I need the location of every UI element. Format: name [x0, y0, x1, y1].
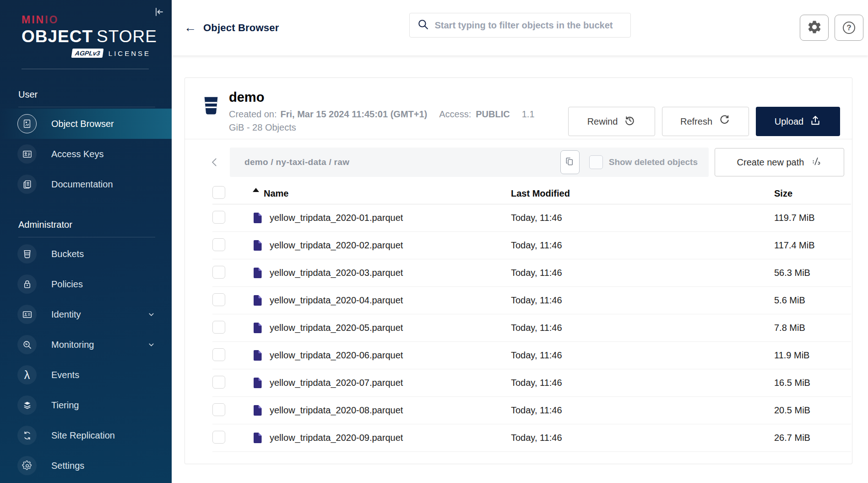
sidebar-item-events[interactable]: λ Events: [0, 360, 172, 390]
breadcrumb[interactable]: demo / ny-taxi-data / raw: [244, 157, 349, 167]
table-row[interactable]: yellow_tripdata_2020-06.parquet Today, 1…: [212, 342, 851, 369]
sidebar-item-label: Identity: [51, 309, 81, 320]
access-label: Access:: [439, 109, 471, 119]
object-size: 117.4 MiB: [774, 240, 851, 251]
parquet-file-icon: [253, 377, 262, 389]
sidebar-item-label: Policies: [51, 279, 83, 290]
table-header-row: Name Last Modified Size: [212, 183, 851, 204]
object-size: 20.5 MiB: [774, 405, 851, 416]
select-all-checkbox[interactable]: [212, 186, 225, 199]
show-deleted-toggle[interactable]: Show deleted objects: [589, 155, 698, 169]
row-checkbox[interactable]: [212, 293, 225, 306]
back-button[interactable]: ←: [184, 22, 196, 34]
row-checkbox[interactable]: [212, 238, 225, 251]
minio-logo: MINIO OBJECTSTORE AGPLv3 LICENSE: [0, 0, 172, 58]
sidebar-item-label: Object Browser: [51, 119, 114, 129]
object-name[interactable]: yellow_tripdata_2020-07.parquet: [270, 378, 403, 388]
object-store-title: OBJECTSTORE: [22, 27, 172, 46]
chevron-left-icon[interactable]: [207, 150, 222, 174]
sidebar-item-label: Buckets: [51, 249, 84, 259]
rewind-button[interactable]: Rewind: [568, 107, 655, 136]
sidebar-item-documentation[interactable]: Documentation: [0, 169, 172, 199]
column-header-last-modified[interactable]: Last Modified: [511, 188, 774, 199]
copy-path-button[interactable]: [560, 150, 580, 174]
object-name[interactable]: yellow_tripdata_2020-02.parquet: [270, 240, 403, 251]
show-deleted-checkbox[interactable]: [589, 155, 603, 169]
object-name[interactable]: yellow_tripdata_2020-05.parquet: [270, 323, 403, 333]
table-row[interactable]: yellow_tripdata_2020-05.parquet Today, 1…: [212, 314, 851, 342]
chevron-down-icon[interactable]: [147, 311, 155, 318]
table-row[interactable]: yellow_tripdata_2020-03.parquet Today, 1…: [212, 259, 851, 287]
row-checkbox[interactable]: [212, 403, 225, 416]
column-header-name[interactable]: Name: [264, 188, 288, 199]
sidebar-item-site-replication[interactable]: Site Replication: [0, 420, 172, 450]
sidebar-item-identity[interactable]: Identity: [0, 299, 172, 329]
breadcrumb-bar: demo / ny-taxi-data / raw Show deleted o…: [230, 148, 709, 177]
main-area: ← Object Browser ?: [172, 0, 868, 483]
create-new-path-button[interactable]: Create new path: [715, 148, 844, 176]
parquet-file-icon: [253, 295, 262, 306]
search-box: [409, 13, 631, 38]
object-name[interactable]: yellow_tripdata_2020-06.parquet: [270, 350, 403, 361]
divider: [22, 69, 149, 69]
row-checkbox[interactable]: [212, 431, 225, 444]
sidebar-nav-administrator: Buckets Policies Identity: [0, 239, 172, 481]
sort-ascending-icon[interactable]: [253, 188, 259, 192]
bucket-panel: demo Created on:Fri, Mar 15 2024 11:45:0…: [184, 77, 852, 464]
license-label: LICENSE: [108, 49, 151, 57]
gear-icon: [807, 19, 822, 36]
bucket-header: demo Created on:Fri, Mar 15 2024 11:45:0…: [185, 78, 852, 139]
table-row[interactable]: yellow_tripdata_2020-04.parquet Today, 1…: [212, 287, 851, 314]
sidebar-item-object-browser[interactable]: Object Browser: [0, 109, 172, 139]
created-on-value: Fri, Mar 15 2024 11:45:01 (GMT+1): [281, 109, 428, 119]
sidebar-item-buckets[interactable]: Buckets: [0, 239, 172, 269]
chevron-down-icon[interactable]: [147, 341, 155, 349]
collapse-sidebar-icon[interactable]: [153, 6, 164, 19]
object-name[interactable]: yellow_tripdata_2020-08.parquet: [270, 405, 403, 416]
row-checkbox[interactable]: [212, 266, 225, 279]
rewind-history-icon: [624, 114, 636, 129]
sidebar-item-access-keys[interactable]: Access Keys: [0, 139, 172, 169]
site-replication-icon: [17, 426, 37, 445]
divider: [18, 107, 155, 107]
row-checkbox[interactable]: [212, 348, 225, 361]
column-header-size[interactable]: Size: [774, 188, 851, 199]
row-checkbox[interactable]: [212, 211, 225, 224]
sidebar-item-settings[interactable]: Settings: [0, 450, 172, 481]
object-name[interactable]: yellow_tripdata_2020-03.parquet: [270, 268, 403, 278]
access-keys-icon: [17, 144, 37, 164]
monitoring-icon: [17, 335, 37, 354]
sidebar-section-user: User: [18, 89, 172, 100]
sidebar-item-monitoring[interactable]: Monitoring: [0, 329, 172, 360]
settings-button[interactable]: [800, 15, 829, 41]
refresh-icon: [718, 114, 731, 129]
object-name[interactable]: yellow_tripdata_2020-01.parquet: [270, 213, 403, 223]
table-row[interactable]: yellow_tripdata_2020-02.parquet Today, 1…: [212, 232, 851, 259]
parquet-file-icon: [253, 267, 262, 279]
sidebar-item-label: Events: [51, 370, 79, 380]
object-last-modified: Today, 11:46: [511, 240, 774, 251]
object-name[interactable]: yellow_tripdata_2020-04.parquet: [270, 295, 403, 306]
object-last-modified: Today, 11:46: [511, 405, 774, 416]
table-row[interactable]: yellow_tripdata_2020-01.parquet Today, 1…: [212, 204, 851, 232]
refresh-button[interactable]: Refresh: [662, 107, 749, 136]
object-size: 16.5 MiB: [774, 378, 851, 388]
sidebar-item-policies[interactable]: Policies: [0, 269, 172, 299]
upload-button[interactable]: Upload: [756, 107, 840, 136]
agpl-badge: AGPLv3: [71, 49, 104, 58]
bucket-meta: Created on:Fri, Mar 15 2024 11:45:01 (GM…: [229, 108, 545, 134]
table-row[interactable]: yellow_tripdata_2020-08.parquet Today, 1…: [212, 397, 851, 424]
filter-objects-input[interactable]: [435, 20, 624, 31]
help-button[interactable]: ?: [835, 15, 863, 41]
parquet-file-icon: [253, 432, 262, 444]
row-checkbox[interactable]: [212, 376, 225, 389]
object-last-modified: Today, 11:46: [511, 213, 774, 223]
divider: [18, 237, 155, 237]
search-icon: [417, 18, 429, 32]
table-row[interactable]: yellow_tripdata_2020-07.parquet Today, 1…: [212, 369, 851, 397]
object-name[interactable]: yellow_tripdata_2020-09.parquet: [270, 433, 403, 443]
table-row[interactable]: yellow_tripdata_2020-09.parquet Today, 1…: [212, 424, 851, 452]
parquet-file-icon: [253, 322, 262, 334]
row-checkbox[interactable]: [212, 321, 225, 334]
sidebar-item-tiering[interactable]: Tiering: [0, 390, 172, 420]
